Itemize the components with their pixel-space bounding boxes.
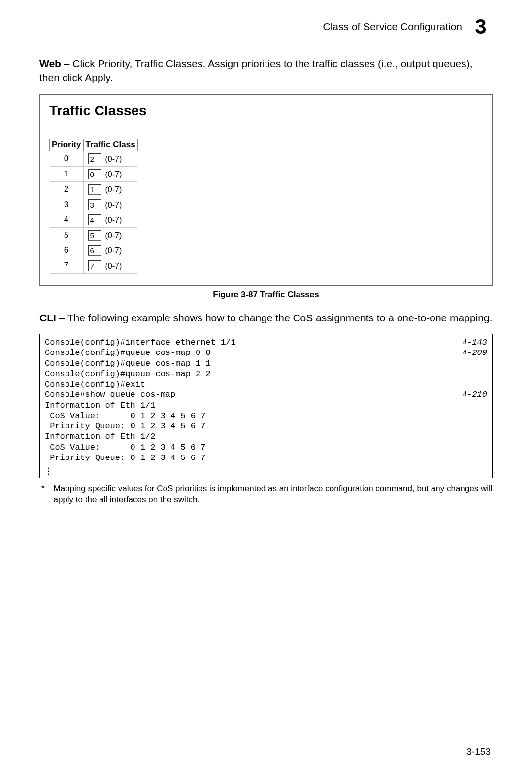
traffic-class-input[interactable] bbox=[88, 245, 101, 256]
footnote: * Mapping specific values for CoS priori… bbox=[39, 483, 493, 506]
section-title: Class of Service Configuration bbox=[323, 21, 462, 33]
traffic-class-input[interactable] bbox=[88, 260, 101, 271]
cli-command: Priority Queue: 0 1 2 3 4 5 6 7 bbox=[45, 421, 487, 431]
priority-cell: 7 bbox=[50, 258, 84, 273]
cli-page-ref: 4-210 bbox=[452, 389, 487, 400]
cli-instruction-paragraph: CLI – The following example shows how to… bbox=[39, 311, 493, 325]
traffic-class-cell: (0-7) bbox=[83, 181, 137, 197]
cli-example-box: Console(config)#interface ethernet 1/14-… bbox=[39, 334, 493, 478]
traffic-class-cell: (0-7) bbox=[83, 151, 137, 166]
col-header-traffic-class: Traffic Class bbox=[83, 139, 137, 151]
cli-line: Priority Queue: 0 1 2 3 4 5 6 7 bbox=[45, 453, 487, 463]
cli-command: Information of Eth 1/1 bbox=[45, 400, 487, 411]
table-row: 1(0-7) bbox=[50, 166, 138, 181]
table-row: 2(0-7) bbox=[50, 181, 138, 197]
cli-text: – The following example shows how to cha… bbox=[56, 312, 493, 323]
traffic-class-cell: (0-7) bbox=[83, 258, 137, 273]
cli-command: Console(config)#queue cos-map 0 0 bbox=[45, 348, 452, 358]
page-number: 3-153 bbox=[466, 746, 491, 757]
cli-command: Console#show queue cos-map bbox=[45, 389, 452, 400]
header-divider bbox=[506, 10, 506, 39]
cli-command: Information of Eth 1/2 bbox=[45, 431, 487, 442]
traffic-class-cell: (0-7) bbox=[83, 243, 137, 258]
cli-line: Priority Queue: 0 1 2 3 4 5 6 7 bbox=[45, 421, 487, 431]
cli-page-ref: 4-143 bbox=[452, 337, 487, 348]
panel-title: Traffic Classes bbox=[49, 103, 483, 119]
traffic-class-cell: (0-7) bbox=[83, 227, 137, 243]
traffic-class-input[interactable] bbox=[88, 184, 101, 195]
priority-cell: 3 bbox=[50, 197, 84, 212]
range-hint: (0-7) bbox=[105, 231, 122, 240]
web-label: Web bbox=[39, 58, 61, 69]
cli-command: Priority Queue: 0 1 2 3 4 5 6 7 bbox=[45, 453, 487, 463]
table-row: 5(0-7) bbox=[50, 227, 138, 243]
range-hint: (0-7) bbox=[105, 201, 122, 209]
figure-caption: Figure 3-87 Traffic Classes bbox=[39, 290, 493, 300]
footnote-text: Mapping specific values for CoS prioriti… bbox=[53, 483, 493, 506]
range-hint: (0-7) bbox=[105, 170, 122, 178]
priority-cell: 4 bbox=[50, 212, 84, 227]
priority-cell: 2 bbox=[50, 181, 84, 197]
chapter-number-icon: 3 bbox=[469, 15, 493, 38]
range-hint: (0-7) bbox=[105, 262, 122, 270]
range-hint: (0-7) bbox=[105, 216, 122, 224]
range-hint: (0-7) bbox=[105, 246, 122, 255]
table-row: 0(0-7) bbox=[50, 151, 138, 166]
traffic-classes-panel: Traffic Classes Priority Traffic Class 0… bbox=[39, 94, 493, 286]
cli-line: Console(config)#exit bbox=[45, 379, 487, 389]
footnote-marker: * bbox=[41, 483, 46, 506]
cli-command: Console(config)#queue cos-map 1 1 bbox=[45, 358, 487, 369]
cli-command: Console(config)#exit bbox=[45, 379, 487, 389]
page-header: Class of Service Configuration 3 bbox=[39, 15, 493, 38]
web-text: – Click Priority, Traffic Classes. Assig… bbox=[39, 58, 473, 83]
traffic-class-cell: (0-7) bbox=[83, 197, 137, 212]
cli-line: Information of Eth 1/2 bbox=[45, 431, 487, 442]
table-row: 6(0-7) bbox=[50, 243, 138, 258]
traffic-class-input[interactable] bbox=[88, 153, 101, 164]
cli-command: CoS Value: 0 1 2 3 4 5 6 7 bbox=[45, 442, 487, 453]
range-hint: (0-7) bbox=[105, 185, 122, 194]
priority-cell: 0 bbox=[50, 151, 84, 166]
table-row: 7(0-7) bbox=[50, 258, 138, 273]
cli-line: Console(config)#queue cos-map 0 04-209 bbox=[45, 348, 487, 358]
cli-line: Console(config)#queue cos-map 1 1 bbox=[45, 358, 487, 369]
traffic-class-input[interactable] bbox=[88, 169, 101, 179]
cli-command: CoS Value: 0 1 2 3 4 5 6 7 bbox=[45, 411, 487, 421]
traffic-class-input[interactable] bbox=[88, 199, 101, 210]
traffic-class-cell: (0-7) bbox=[83, 212, 137, 227]
svg-text:3: 3 bbox=[475, 15, 486, 38]
priority-cell: 5 bbox=[50, 227, 84, 243]
cli-line: CoS Value: 0 1 2 3 4 5 6 7 bbox=[45, 411, 487, 421]
vertical-ellipsis-icon: ... bbox=[45, 465, 487, 474]
col-header-priority: Priority bbox=[50, 139, 84, 151]
cli-page-ref: 4-209 bbox=[452, 348, 487, 358]
cli-line: Console(config)#interface ethernet 1/14-… bbox=[45, 337, 487, 348]
traffic-class-input[interactable] bbox=[88, 230, 101, 241]
traffic-class-cell: (0-7) bbox=[83, 166, 137, 181]
priority-cell: 1 bbox=[50, 166, 84, 181]
cli-line: CoS Value: 0 1 2 3 4 5 6 7 bbox=[45, 442, 487, 453]
cli-command: Console(config)#interface ethernet 1/1 bbox=[45, 337, 452, 348]
table-row: 3(0-7) bbox=[50, 197, 138, 212]
cli-label: CLI bbox=[39, 312, 56, 323]
priority-cell: 6 bbox=[50, 243, 84, 258]
table-row: 4(0-7) bbox=[50, 212, 138, 227]
traffic-classes-table: Priority Traffic Class 0(0-7)1(0-7)2(0-7… bbox=[49, 139, 138, 274]
traffic-class-input[interactable] bbox=[88, 214, 101, 225]
cli-line: Console(config)#queue cos-map 2 2 bbox=[45, 369, 487, 379]
web-instruction-paragraph: Web – Click Priority, Traffic Classes. A… bbox=[39, 56, 493, 85]
range-hint: (0-7) bbox=[105, 155, 122, 163]
cli-line: Console#show queue cos-map4-210 bbox=[45, 389, 487, 400]
cli-line: Information of Eth 1/1 bbox=[45, 400, 487, 411]
cli-command: Console(config)#queue cos-map 2 2 bbox=[45, 369, 487, 379]
